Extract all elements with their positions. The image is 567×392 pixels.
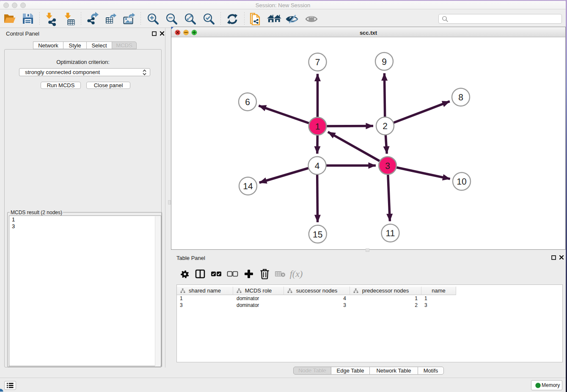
svg-text:4: 4 [315,161,320,171]
svg-text:14: 14 [243,182,253,191]
svg-text:f(x): f(x) [290,268,303,279]
svg-text:15: 15 [313,230,322,240]
svg-text:10: 10 [457,177,466,187]
svg-text:11: 11 [386,229,395,238]
svg-text:9: 9 [382,57,387,67]
svg-text:7: 7 [315,58,320,67]
svg-text:8: 8 [458,93,463,102]
svg-text:6: 6 [245,97,250,107]
svg-text:1: 1 [315,122,320,132]
svg-text:3: 3 [385,161,390,171]
svg-text:2: 2 [383,121,388,131]
